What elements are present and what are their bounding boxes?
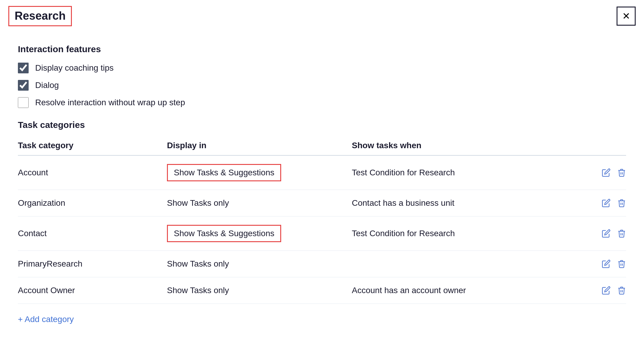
category-name: Organization: [18, 198, 161, 208]
col-header-show-tasks-when: Show tasks when: [352, 141, 584, 150]
checkbox-row-dialog: Dialog: [18, 80, 626, 91]
display-in-value: Show Tasks only: [167, 198, 346, 208]
edit-icon[interactable]: [602, 259, 611, 268]
task-categories-table: Task category Display in Show tasks when…: [18, 141, 626, 304]
edit-icon[interactable]: [602, 286, 611, 295]
row-actions: [590, 229, 626, 238]
checkbox-row-resolve: Resolve interaction without wrap up step: [18, 97, 626, 108]
page-container: Research ✕ Interaction features Display …: [0, 0, 644, 362]
row-actions: [590, 168, 626, 177]
category-name: PrimaryResearch: [18, 259, 161, 269]
edit-icon[interactable]: [602, 229, 611, 238]
checkbox-label-resolve: Resolve interaction without wrap up step: [35, 98, 185, 107]
close-icon: ✕: [622, 10, 630, 22]
add-category-label: + Add category: [18, 315, 74, 324]
display-in-text: Show Tasks only: [167, 198, 229, 208]
col-header-display-in: Display in: [167, 141, 346, 150]
col-header-task-category: Task category: [18, 141, 161, 150]
show-tasks-condition: Test Condition for Research: [352, 229, 584, 238]
row-actions: [590, 199, 626, 208]
checkbox-label-dialog: Dialog: [35, 81, 59, 90]
display-in-value: Show Tasks only: [167, 259, 346, 269]
display-in-value: Show Tasks & Suggestions: [167, 164, 346, 181]
display-in-value: Show Tasks only: [167, 286, 346, 295]
checkbox-row-coaching: Display coaching tips: [18, 63, 626, 73]
checkbox-label-coaching: Display coaching tips: [35, 63, 114, 73]
display-in-text: Show Tasks only: [167, 286, 229, 295]
display-in-highlighted: Show Tasks & Suggestions: [167, 225, 281, 242]
col-header-actions: [590, 141, 626, 150]
checkbox-resolve[interactable]: [18, 97, 29, 108]
display-in-text: Show Tasks only: [167, 259, 229, 268]
category-name: Account Owner: [18, 286, 161, 295]
row-actions: [590, 259, 626, 268]
display-in-highlighted: Show Tasks & Suggestions: [167, 164, 281, 181]
interaction-features-title: Interaction features: [18, 44, 626, 54]
edit-icon[interactable]: [602, 199, 611, 208]
display-in-value: Show Tasks & Suggestions: [167, 225, 346, 242]
table-row: Account Owner Show Tasks only Account ha…: [18, 277, 626, 304]
close-button[interactable]: ✕: [617, 7, 636, 26]
table-row: Account Show Tasks & Suggestions Test Co…: [18, 156, 626, 190]
edit-icon[interactable]: [602, 168, 611, 177]
delete-icon[interactable]: [617, 259, 626, 268]
delete-icon[interactable]: [617, 199, 626, 208]
category-name: Account: [18, 168, 161, 177]
row-actions: [590, 286, 626, 295]
title-bar: Research ✕: [0, 0, 644, 32]
table-row: PrimaryResearch Show Tasks only: [18, 251, 626, 277]
show-tasks-condition: Test Condition for Research: [352, 168, 584, 177]
table-row: Organization Show Tasks only Contact has…: [18, 190, 626, 216]
main-content: Interaction features Display coaching ti…: [0, 32, 644, 342]
add-category-button[interactable]: + Add category: [18, 315, 626, 324]
table-row: Contact Show Tasks & Suggestions Test Co…: [18, 216, 626, 251]
delete-icon[interactable]: [617, 229, 626, 238]
task-categories-title: Task categories: [18, 120, 626, 130]
page-title: Research: [8, 6, 72, 26]
category-name: Contact: [18, 229, 161, 238]
delete-icon[interactable]: [617, 286, 626, 295]
delete-icon[interactable]: [617, 168, 626, 177]
checkbox-coaching[interactable]: [18, 63, 29, 73]
checkbox-dialog[interactable]: [18, 80, 29, 91]
show-tasks-condition: Account has an account owner: [352, 286, 584, 295]
table-header: Task category Display in Show tasks when: [18, 141, 626, 156]
show-tasks-condition: Contact has a business unit: [352, 198, 584, 208]
